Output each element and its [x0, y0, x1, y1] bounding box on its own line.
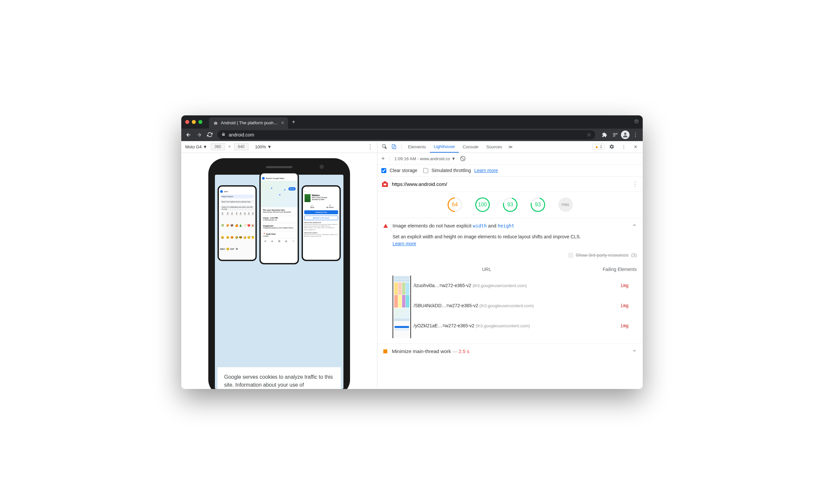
score-gauge[interactable]: 64: [444, 195, 465, 215]
tab-lighthouse[interactable]: Lighthouse: [430, 141, 459, 153]
devtools-pane: Elements Lighthouse Console Sources ≫ ▲1…: [378, 141, 643, 389]
reading-list-icon[interactable]: [610, 130, 620, 139]
tab-console[interactable]: Console: [459, 141, 483, 153]
tab-elements[interactable]: Elements: [404, 141, 430, 153]
score-gauge[interactable]: 93: [500, 195, 520, 215]
minimize-window-button[interactable]: [192, 120, 196, 124]
fullscreen-window-button[interactable]: [198, 120, 202, 124]
score-gauge[interactable]: PWA: [558, 197, 573, 212]
extensions-icon[interactable]: [600, 130, 609, 139]
device-selector[interactable]: Moto G4 ▼: [185, 144, 207, 149]
phone-speaker: [266, 166, 292, 168]
simulated-throttling-label: Simulated throttling: [431, 168, 471, 173]
reload-button[interactable]: [205, 130, 214, 139]
third-party-count: (3): [631, 252, 637, 259]
audit-description: Set an explicit width and height on imag…: [393, 233, 637, 240]
url-bar[interactable]: android.com ☆: [217, 130, 595, 139]
lock-icon: [221, 132, 225, 137]
titlebar: 🤖 Android | The platform pushing × +: [181, 115, 643, 128]
mini-phone-messages: John Happy holidays! Wow! Can't believe …: [217, 185, 257, 261]
report-selector[interactable]: 1:09:16 AM - www.android.co ▼: [395, 156, 456, 161]
audit-learn-more-link[interactable]: Learn more: [393, 241, 416, 246]
score-gauges: 641009393PWA: [378, 192, 643, 218]
tab-sources[interactable]: Sources: [483, 141, 506, 153]
lighthouse-icon: [382, 181, 388, 187]
new-tab-button[interactable]: +: [292, 119, 295, 125]
audit-title: Image elements do not have explicit widt…: [393, 223, 628, 228]
clear-reports-icon[interactable]: [460, 156, 466, 161]
audit2-title: Minimize main-thread work — 2.5 s: [392, 348, 469, 354]
audit-image-dimensions: Image elements do not have explicit widt…: [378, 218, 643, 344]
close-tab-icon[interactable]: ×: [281, 120, 284, 126]
zoom-selector[interactable]: 100% ▼: [255, 144, 272, 149]
profile-avatar[interactable]: [621, 130, 629, 139]
clear-storage-label: Clear storage: [390, 168, 417, 173]
audit-header[interactable]: Image elements do not have explicit widt…: [378, 218, 643, 233]
svg-rect-4: [394, 146, 396, 149]
expand-icon[interactable]: [632, 348, 637, 355]
browser-toolbar: android.com ☆ ⋮: [181, 128, 643, 141]
third-party-checkbox: [568, 253, 573, 258]
viewport-height-input[interactable]: [234, 143, 248, 150]
devtools-tabs: Elements Lighthouse Console Sources ≫ ▲1…: [378, 141, 643, 153]
window-controls: [185, 120, 202, 124]
device-toggle-icon[interactable]: [389, 142, 399, 151]
dimension-separator: ×: [228, 144, 231, 149]
bookmark-star-icon[interactable]: ☆: [587, 131, 591, 138]
score-gauge[interactable]: 100: [475, 197, 490, 212]
devtools-menu-icon[interactable]: ⋮: [619, 142, 628, 151]
browser-menu-icon[interactable]: ⋮: [631, 130, 640, 139]
lighthouse-url-row: https://www.android.com/ ⋮: [378, 177, 643, 192]
tested-url: https://www.android.com/: [392, 181, 447, 187]
warn-square-icon: [383, 349, 387, 354]
failing-element-row[interactable]: /SBU4NckDD…=w272-e365-v2 (lh3.googleuser…: [414, 296, 637, 316]
learn-more-link[interactable]: Learn more: [474, 168, 498, 173]
tab-title: Android | The platform pushing: [221, 120, 279, 125]
device-toolbar: Moto G4 ▼ × 100% ▼ ⋮: [181, 141, 377, 153]
clear-storage-checkbox[interactable]: [381, 168, 386, 173]
more-tabs-icon[interactable]: ≫: [506, 142, 515, 151]
fail-triangle-icon: [383, 224, 388, 228]
phone-frame: John Happy holidays! Wow! Can't believe …: [208, 158, 350, 389]
viewport-width-input[interactable]: [211, 143, 225, 150]
browser-tab[interactable]: 🤖 Android | The platform pushing ×: [209, 117, 288, 128]
url-text: android.com: [229, 132, 254, 137]
third-party-label: Show 3rd-party resources: [576, 252, 629, 259]
phone-camera: [320, 165, 324, 169]
failing-element-row[interactable]: /yOZkl21aE…=w272-e365-v2 (lh3.googleuser…: [414, 316, 637, 336]
close-devtools-icon[interactable]: ✕: [631, 142, 640, 151]
android-favicon: 🤖: [213, 120, 218, 126]
warning-badge[interactable]: ▲1: [592, 144, 605, 149]
cookie-notice: Google serves cookies to analyze traffic…: [217, 367, 341, 389]
expand-icon[interactable]: [634, 119, 639, 125]
thumbnail-preview: [393, 276, 411, 338]
device-emulator-pane: Moto G4 ▼ × 100% ▼ ⋮: [181, 141, 378, 389]
mini-phone-maps: Search Google Maps Re-cg Pin your favour…: [260, 172, 299, 264]
device-menu-icon[interactable]: ⋮: [367, 143, 373, 150]
forward-button[interactable]: [195, 130, 204, 139]
collapse-icon[interactable]: [632, 223, 637, 229]
phone-screen[interactable]: John Happy holidays! Wow! Can't believe …: [215, 175, 343, 389]
browser-window: 🤖 Android | The platform pushing × + and…: [181, 115, 643, 389]
back-button[interactable]: [184, 130, 193, 139]
column-failing: Failing Elements: [591, 266, 637, 273]
failing-element-row[interactable]: /Izuohvi0a…=w272-e365-v2 (lh3.googleuser…: [414, 276, 637, 296]
inspect-element-icon[interactable]: [380, 142, 389, 151]
new-report-icon[interactable]: +: [381, 155, 385, 162]
report-menu-icon[interactable]: ⋮: [632, 180, 638, 188]
mini-phone-books: ← WaldenHenry David ThoreauNarrated by M…: [302, 185, 341, 261]
emulated-viewport: John Happy holidays! Wow! Can't believe …: [181, 153, 377, 389]
audit-main-thread[interactable]: Minimize main-thread work — 2.5 s: [378, 344, 643, 359]
settings-gear-icon[interactable]: [607, 142, 616, 151]
close-window-button[interactable]: [185, 120, 189, 124]
simulated-throttling-checkbox[interactable]: [423, 168, 428, 173]
svg-point-0: [635, 119, 638, 123]
svg-point-1: [624, 132, 627, 135]
lighthouse-toolbar: + 1:09:16 AM - www.android.co ▼: [378, 153, 643, 165]
lighthouse-options: Clear storage Simulated throttling Learn…: [378, 165, 643, 177]
column-url: URL: [416, 266, 591, 273]
score-gauge[interactable]: 93: [528, 195, 547, 215]
